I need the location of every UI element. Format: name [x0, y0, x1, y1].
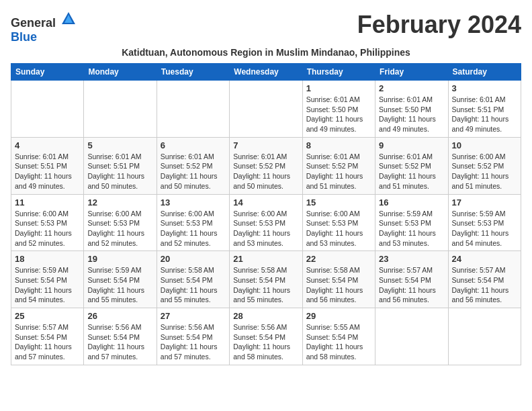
- sunset-text: Sunset: 5:51 PM: [452, 105, 504, 113]
- calendar-cell: 21 Sunrise: 5:58 AM Sunset: 5:54 PM Dayl…: [230, 251, 302, 308]
- header: General Blue February 2024: [11, 11, 521, 44]
- calendar-cell: [230, 81, 302, 138]
- sunrise-text: Sunrise: 6:01 AM: [161, 152, 214, 161]
- day-info: Sunrise: 6:01 AM Sunset: 5:52 PM Dayligh…: [233, 152, 298, 191]
- daylight-text: Daylight: 11 hours and 57 minutes.: [15, 342, 72, 361]
- day-number: 29: [306, 311, 371, 321]
- calendar-table: Sunday Monday Tuesday Wednesday Thursday…: [11, 63, 521, 365]
- calendar-cell: 10 Sunrise: 6:00 AM Sunset: 5:52 PM Dayl…: [448, 137, 521, 194]
- daylight-text: Daylight: 11 hours and 55 minutes.: [87, 286, 144, 304]
- daylight-text: Daylight: 11 hours and 49 minutes.: [379, 115, 436, 133]
- sunset-text: Sunset: 5:53 PM: [306, 219, 359, 227]
- day-number: 9: [379, 140, 444, 150]
- day-info: Sunrise: 5:59 AM Sunset: 5:54 PM Dayligh…: [15, 265, 80, 305]
- sunrise-text: Sunrise: 6:01 AM: [306, 152, 360, 161]
- calendar-cell: 18 Sunrise: 5:59 AM Sunset: 5:54 PM Dayl…: [11, 251, 84, 308]
- sunrise-text: Sunrise: 5:57 AM: [15, 323, 69, 331]
- daylight-text: Daylight: 11 hours and 51 minutes.: [379, 172, 436, 190]
- day-info: Sunrise: 6:01 AM Sunset: 5:50 PM Dayligh…: [306, 95, 371, 134]
- sunset-text: Sunset: 5:52 PM: [452, 162, 504, 170]
- daylight-text: Daylight: 11 hours and 49 minutes.: [306, 115, 363, 133]
- calendar-cell: 1 Sunrise: 6:01 AM Sunset: 5:50 PM Dayli…: [302, 81, 375, 138]
- sunset-text: Sunset: 5:54 PM: [87, 276, 140, 284]
- sunrise-text: Sunrise: 6:01 AM: [379, 152, 433, 161]
- calendar-cell: [375, 308, 448, 365]
- daylight-text: Daylight: 11 hours and 55 minutes.: [161, 286, 218, 304]
- sunrise-text: Sunrise: 5:59 AM: [87, 266, 141, 274]
- daylight-text: Daylight: 11 hours and 51 minutes.: [306, 172, 363, 190]
- daylight-text: Daylight: 11 hours and 54 minutes.: [15, 286, 72, 304]
- daylight-text: Daylight: 11 hours and 53 minutes.: [233, 229, 290, 247]
- sunset-text: Sunset: 5:50 PM: [379, 105, 431, 113]
- calendar-cell: 2 Sunrise: 6:01 AM Sunset: 5:50 PM Dayli…: [375, 81, 448, 138]
- logo-general-text: General: [11, 16, 56, 30]
- col-saturday: Saturday: [448, 64, 521, 81]
- col-wednesday: Wednesday: [230, 64, 302, 81]
- sunset-text: Sunset: 5:51 PM: [15, 162, 67, 170]
- day-info: Sunrise: 6:00 AM Sunset: 5:53 PM Dayligh…: [233, 209, 298, 248]
- calendar-week-row: 25 Sunrise: 5:57 AM Sunset: 5:54 PM Dayl…: [11, 308, 521, 365]
- calendar-cell: 12 Sunrise: 6:00 AM Sunset: 5:53 PM Dayl…: [84, 194, 157, 251]
- sunrise-text: Sunrise: 6:00 AM: [161, 210, 214, 218]
- daylight-text: Daylight: 11 hours and 58 minutes.: [306, 342, 363, 361]
- day-number: 10: [452, 140, 517, 150]
- calendar-cell: 26 Sunrise: 5:56 AM Sunset: 5:54 PM Dayl…: [84, 308, 157, 365]
- sunrise-text: Sunrise: 5:57 AM: [452, 266, 506, 274]
- daylight-text: Daylight: 11 hours and 56 minutes.: [452, 286, 509, 304]
- calendar-cell: [11, 81, 84, 138]
- sunrise-text: Sunrise: 6:01 AM: [233, 152, 287, 161]
- sunrise-text: Sunrise: 6:00 AM: [452, 152, 506, 161]
- calendar-cell: 29 Sunrise: 5:55 AM Sunset: 5:54 PM Dayl…: [302, 308, 375, 365]
- day-number: 2: [379, 83, 444, 93]
- sunset-text: Sunset: 5:54 PM: [161, 276, 213, 284]
- day-info: Sunrise: 5:57 AM Sunset: 5:54 PM Dayligh…: [379, 265, 444, 305]
- sunset-text: Sunset: 5:53 PM: [233, 219, 285, 227]
- daylight-text: Daylight: 11 hours and 51 minutes.: [452, 172, 509, 190]
- day-number: 11: [15, 197, 80, 208]
- sunset-text: Sunset: 5:54 PM: [15, 276, 67, 284]
- calendar-cell: 11 Sunrise: 6:00 AM Sunset: 5:53 PM Dayl…: [11, 194, 84, 251]
- sunrise-text: Sunrise: 6:00 AM: [306, 210, 360, 218]
- sunrise-text: Sunrise: 5:58 AM: [161, 266, 214, 274]
- day-number: 14: [233, 197, 298, 208]
- calendar-cell: [84, 81, 157, 138]
- day-number: 23: [379, 254, 444, 264]
- daylight-text: Daylight: 11 hours and 56 minutes.: [306, 286, 363, 304]
- day-info: Sunrise: 6:00 AM Sunset: 5:53 PM Dayligh…: [161, 209, 226, 248]
- sunset-text: Sunset: 5:54 PM: [233, 276, 285, 284]
- day-number: 6: [161, 140, 226, 150]
- day-number: 19: [87, 254, 152, 264]
- daylight-text: Daylight: 11 hours and 50 minutes.: [233, 172, 290, 190]
- daylight-text: Daylight: 11 hours and 52 minutes.: [161, 229, 218, 247]
- day-number: 5: [87, 140, 152, 150]
- col-thursday: Thursday: [302, 64, 375, 81]
- sunset-text: Sunset: 5:54 PM: [306, 333, 359, 341]
- day-number: 15: [306, 197, 371, 208]
- day-number: 25: [15, 311, 80, 321]
- day-info: Sunrise: 6:01 AM Sunset: 5:52 PM Dayligh…: [379, 152, 444, 191]
- sunset-text: Sunset: 5:54 PM: [87, 333, 140, 341]
- daylight-text: Daylight: 11 hours and 54 minutes.: [452, 229, 509, 247]
- day-number: 1: [306, 83, 371, 93]
- daylight-text: Daylight: 11 hours and 53 minutes.: [306, 229, 363, 247]
- sunset-text: Sunset: 5:52 PM: [306, 162, 359, 170]
- daylight-text: Daylight: 11 hours and 53 minutes.: [379, 229, 436, 247]
- day-info: Sunrise: 5:56 AM Sunset: 5:54 PM Dayligh…: [233, 322, 298, 362]
- sunrise-text: Sunrise: 6:01 AM: [306, 95, 360, 103]
- calendar-cell: 20 Sunrise: 5:58 AM Sunset: 5:54 PM Dayl…: [157, 251, 229, 308]
- logo-blue-text: Blue: [11, 30, 37, 44]
- day-info: Sunrise: 6:00 AM Sunset: 5:52 PM Dayligh…: [452, 152, 517, 191]
- sunrise-text: Sunrise: 5:58 AM: [233, 266, 287, 274]
- day-info: Sunrise: 6:01 AM Sunset: 5:51 PM Dayligh…: [15, 152, 80, 191]
- calendar-cell: 5 Sunrise: 6:01 AM Sunset: 5:51 PM Dayli…: [84, 137, 157, 194]
- calendar-cell: 9 Sunrise: 6:01 AM Sunset: 5:52 PM Dayli…: [375, 137, 448, 194]
- daylight-text: Daylight: 11 hours and 56 minutes.: [379, 286, 436, 304]
- calendar-week-row: 11 Sunrise: 6:00 AM Sunset: 5:53 PM Dayl…: [11, 194, 521, 251]
- col-tuesday: Tuesday: [157, 64, 229, 81]
- sunset-text: Sunset: 5:53 PM: [452, 219, 504, 227]
- day-number: 21: [233, 254, 298, 264]
- calendar-cell: [157, 81, 229, 138]
- sunset-text: Sunset: 5:54 PM: [15, 333, 67, 341]
- day-info: Sunrise: 5:58 AM Sunset: 5:54 PM Dayligh…: [233, 265, 298, 305]
- col-monday: Monday: [84, 64, 157, 81]
